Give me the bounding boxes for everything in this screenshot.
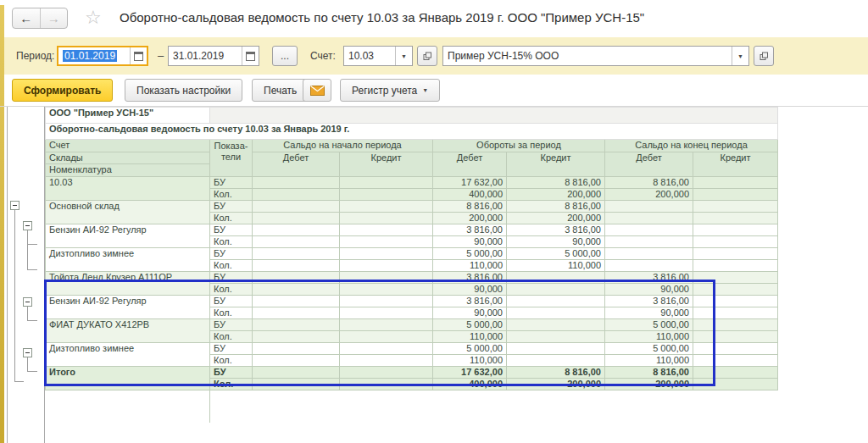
indicator-cell[interactable]: БУ	[210, 272, 253, 284]
value-cell[interactable]: 8 816,00	[507, 367, 605, 379]
value-cell[interactable]	[605, 260, 693, 272]
back-button[interactable]: ←	[13, 8, 41, 28]
value-cell[interactable]	[605, 248, 693, 260]
account-dropdown-button[interactable]: ▼	[395, 47, 412, 65]
value-cell[interactable]	[340, 201, 433, 213]
indicator-cell[interactable]: Кол.	[210, 213, 253, 224]
value-cell[interactable]	[507, 331, 605, 343]
value-cell[interactable]: 3 816,00	[605, 296, 693, 307]
value-cell[interactable]: 110,000	[605, 355, 693, 367]
value-cell[interactable]: 5 000,00	[433, 343, 507, 355]
value-cell[interactable]	[507, 307, 605, 319]
value-cell[interactable]	[693, 284, 778, 296]
value-cell[interactable]	[693, 319, 778, 331]
value-cell[interactable]	[340, 224, 433, 236]
forward-button[interactable]: →	[41, 8, 68, 28]
value-cell[interactable]: 90,000	[433, 307, 507, 319]
value-cell[interactable]	[605, 224, 693, 236]
value-cell[interactable]	[253, 307, 340, 319]
report-row-name[interactable]: 10.03	[46, 177, 210, 201]
print-button[interactable]: Печать	[252, 79, 309, 102]
value-cell[interactable]	[253, 201, 340, 213]
value-cell[interactable]	[253, 260, 340, 272]
value-cell[interactable]	[340, 177, 433, 189]
period-to-field[interactable]: 31.01.2019	[168, 46, 259, 66]
indicator-cell[interactable]: Кол.	[210, 379, 253, 390]
indicator-cell[interactable]: Кол.	[210, 236, 253, 248]
value-cell[interactable]	[340, 189, 433, 201]
value-cell[interactable]: 200,000	[507, 189, 605, 201]
value-cell[interactable]	[253, 213, 340, 224]
indicator-cell[interactable]: Кол.	[210, 284, 253, 296]
value-cell[interactable]	[340, 367, 433, 379]
value-cell[interactable]	[693, 367, 778, 379]
value-cell[interactable]	[693, 236, 778, 248]
generate-button[interactable]: Сформировать	[12, 79, 113, 102]
value-cell[interactable]: 5 000,00	[507, 248, 605, 260]
value-cell[interactable]	[693, 307, 778, 319]
value-cell[interactable]	[340, 260, 433, 272]
value-cell[interactable]: 200,000	[605, 189, 693, 201]
value-cell[interactable]	[253, 177, 340, 189]
indicator-cell[interactable]: БУ	[210, 201, 253, 213]
value-cell[interactable]	[340, 284, 433, 296]
value-cell[interactable]	[340, 236, 433, 248]
report-row-name[interactable]: Дизтопливо зимнее	[46, 343, 210, 367]
indicator-cell[interactable]: БУ	[210, 367, 253, 379]
value-cell[interactable]: 3 816,00	[433, 272, 507, 284]
account-field[interactable]: 10.03 ▼	[343, 46, 413, 66]
indicator-cell[interactable]: Кол.	[210, 189, 253, 201]
report-row-name[interactable]: Итого	[46, 367, 210, 390]
value-cell[interactable]	[253, 319, 340, 331]
value-cell[interactable]	[605, 213, 693, 224]
value-cell[interactable]: 400,000	[433, 379, 507, 390]
value-cell[interactable]: 90,000	[507, 236, 605, 248]
report-row-name[interactable]: Бензин АИ-92 Регуляр	[46, 224, 210, 248]
value-cell[interactable]	[693, 201, 778, 213]
value-cell[interactable]	[693, 272, 778, 284]
organization-open-button[interactable]	[754, 46, 774, 66]
indicator-cell[interactable]: БУ	[210, 296, 253, 307]
accounting-register-button[interactable]: Регистр учета ▼	[340, 79, 440, 102]
value-cell[interactable]	[693, 355, 778, 367]
value-cell[interactable]	[507, 284, 605, 296]
value-cell[interactable]: 5 000,00	[433, 248, 507, 260]
period-variants-button[interactable]: ...	[272, 46, 298, 66]
value-cell[interactable]	[253, 355, 340, 367]
value-cell[interactable]: 5 000,00	[605, 319, 693, 331]
value-cell[interactable]	[693, 260, 778, 272]
value-cell[interactable]	[693, 189, 778, 201]
value-cell[interactable]	[340, 248, 433, 260]
indicator-cell[interactable]: БУ	[210, 343, 253, 355]
value-cell[interactable]	[693, 343, 778, 355]
value-cell[interactable]	[340, 296, 433, 307]
value-cell[interactable]: 110,000	[433, 355, 507, 367]
report-row-name[interactable]: Основной склад	[46, 201, 210, 224]
value-cell[interactable]: 90,000	[605, 307, 693, 319]
value-cell[interactable]	[340, 331, 433, 343]
value-cell[interactable]: 200,000	[507, 379, 605, 390]
value-cell[interactable]: 90,000	[433, 236, 507, 248]
calendar-button[interactable]	[130, 47, 147, 64]
indicator-cell[interactable]: Кол.	[210, 307, 253, 319]
favorites-star-icon[interactable]: ☆	[85, 7, 102, 29]
value-cell[interactable]	[253, 296, 340, 307]
value-cell[interactable]	[605, 201, 693, 213]
organization-dropdown-button[interactable]: ▼	[732, 47, 748, 65]
value-cell[interactable]	[253, 367, 340, 379]
value-cell[interactable]	[693, 296, 778, 307]
value-cell[interactable]	[340, 355, 433, 367]
value-cell[interactable]: 3 816,00	[433, 296, 507, 307]
value-cell[interactable]: 5 000,00	[605, 343, 693, 355]
value-cell[interactable]: 8 816,00	[507, 177, 605, 189]
value-cell[interactable]: 3 816,00	[507, 224, 605, 236]
value-cell[interactable]: 17 632,00	[433, 367, 507, 379]
value-cell[interactable]: 90,000	[433, 284, 507, 296]
value-cell[interactable]: 8 816,00	[507, 201, 605, 213]
value-cell[interactable]	[253, 224, 340, 236]
value-cell[interactable]	[507, 296, 605, 307]
organization-field[interactable]: Пример УСН-15% ООО ▼	[442, 46, 749, 66]
value-cell[interactable]	[253, 331, 340, 343]
value-cell[interactable]: 400,000	[433, 189, 507, 201]
value-cell[interactable]	[693, 213, 778, 224]
